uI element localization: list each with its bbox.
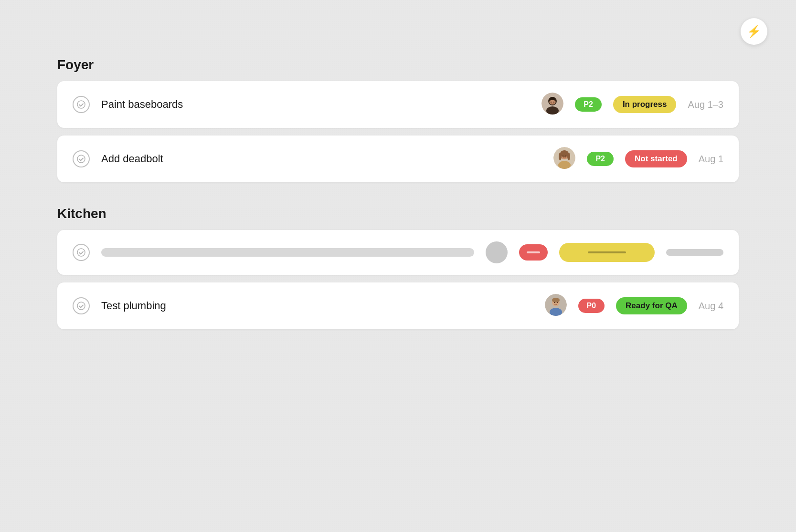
task-check-icon[interactable] — [73, 297, 90, 314]
priority-badge: P2 — [575, 97, 602, 112]
svg-point-9 — [77, 155, 85, 163]
svg-point-8 — [553, 102, 554, 103]
task-name: Paint baseboards — [101, 98, 530, 111]
avatar — [541, 93, 563, 116]
priority-badge: P0 — [578, 299, 605, 313]
task-name: Add deadbolt — [101, 153, 542, 165]
section-kitchen: Kitchen Test plumbing P0Ready for QAAug … — [57, 206, 739, 329]
avatar — [545, 294, 567, 318]
task-check-icon[interactable] — [73, 150, 90, 167]
lightning-icon: ⚡ — [747, 25, 761, 38]
task-name-blurred — [101, 248, 474, 257]
task-card-paint-baseboards[interactable]: Paint baseboards P2In progressAug 1–3 — [57, 81, 739, 128]
task-check-icon[interactable] — [73, 244, 90, 261]
svg-point-23 — [552, 298, 560, 303]
main-content: Foyer Paint baseboards P2In progressAug … — [0, 0, 796, 382]
section-title-kitchen: Kitchen — [57, 206, 739, 221]
status-badge: In progress — [613, 96, 677, 113]
svg-point-7 — [551, 102, 552, 103]
svg-point-15 — [567, 153, 570, 160]
svg-point-14 — [559, 153, 562, 160]
task-date: Aug 4 — [699, 301, 723, 312]
priority-badge-blurred — [519, 244, 548, 261]
status-badge: Ready for QA — [616, 297, 687, 314]
task-date: Aug 1 — [699, 154, 723, 165]
svg-point-25 — [556, 302, 557, 303]
task-card-test-plumbing[interactable]: Test plumbing P0Ready for QAAug 4 — [57, 282, 739, 329]
task-date-blurred — [666, 249, 723, 256]
avatar — [553, 147, 575, 171]
svg-point-19 — [77, 302, 85, 310]
svg-point-24 — [553, 302, 554, 303]
svg-point-18 — [77, 249, 85, 256]
task-check-icon[interactable] — [73, 96, 90, 113]
avatar — [486, 241, 508, 263]
svg-point-16 — [563, 156, 563, 156]
status-badge-blurred — [559, 243, 655, 262]
priority-badge: P2 — [587, 152, 614, 166]
status-badge: Not started — [625, 150, 687, 167]
section-title-foyer: Foyer — [57, 57, 739, 73]
section-foyer: Foyer Paint baseboards P2In progressAug … — [57, 57, 739, 182]
task-date: Aug 1–3 — [688, 99, 723, 110]
task-card-add-deadbolt[interactable]: Add deadbolt P2Not startedAug 1 — [57, 136, 739, 182]
svg-point-0 — [77, 101, 85, 108]
task-card-kitchen-task-1[interactable] — [57, 230, 739, 275]
svg-point-17 — [565, 156, 566, 156]
lightning-button[interactable]: ⚡ — [741, 18, 767, 45]
task-name: Test plumbing — [101, 300, 533, 312]
